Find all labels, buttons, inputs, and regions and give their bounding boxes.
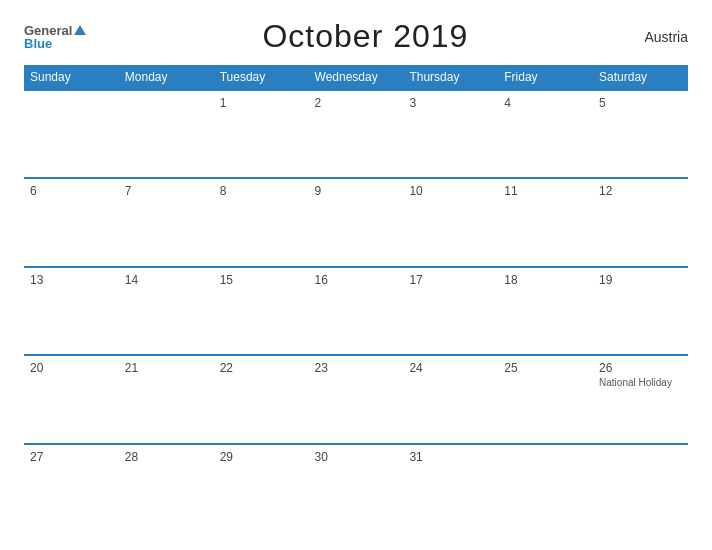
calendar-cell: 24 (403, 355, 498, 443)
header: General Blue October 2019 Austria (24, 18, 688, 55)
calendar-cell: 21 (119, 355, 214, 443)
day-number: 26 (599, 361, 682, 375)
calendar-cell (593, 444, 688, 532)
calendar-cell: 17 (403, 267, 498, 355)
calendar-cell: 3 (403, 90, 498, 178)
calendar-cell: 28 (119, 444, 214, 532)
calendar-cell: 19 (593, 267, 688, 355)
day-number: 9 (315, 184, 398, 198)
day-number: 1 (220, 96, 303, 110)
day-number: 15 (220, 273, 303, 287)
logo-blue-text: Blue (24, 37, 52, 50)
calendar-cell: 31 (403, 444, 498, 532)
calendar-cell: 29 (214, 444, 309, 532)
day-number: 22 (220, 361, 303, 375)
day-number: 31 (409, 450, 492, 464)
calendar-cell: 11 (498, 178, 593, 266)
calendar-cell: 18 (498, 267, 593, 355)
calendar-cell: 6 (24, 178, 119, 266)
calendar-cell: 5 (593, 90, 688, 178)
day-number: 18 (504, 273, 587, 287)
day-number: 17 (409, 273, 492, 287)
weekday-header-thursday: Thursday (403, 65, 498, 90)
day-number: 13 (30, 273, 113, 287)
day-number: 6 (30, 184, 113, 198)
day-number: 19 (599, 273, 682, 287)
weekday-header-row: SundayMondayTuesdayWednesdayThursdayFrid… (24, 65, 688, 90)
weekday-header-tuesday: Tuesday (214, 65, 309, 90)
logo-general-text: General (24, 24, 72, 37)
calendar-cell: 22 (214, 355, 309, 443)
calendar-week-row: 20212223242526National Holiday (24, 355, 688, 443)
day-number: 7 (125, 184, 208, 198)
day-number: 23 (315, 361, 398, 375)
day-number: 10 (409, 184, 492, 198)
day-number: 16 (315, 273, 398, 287)
day-number: 11 (504, 184, 587, 198)
logo: General Blue (24, 24, 86, 50)
calendar-cell (498, 444, 593, 532)
day-number: 21 (125, 361, 208, 375)
day-number: 8 (220, 184, 303, 198)
calendar-cell: 10 (403, 178, 498, 266)
day-number: 3 (409, 96, 492, 110)
day-number: 2 (315, 96, 398, 110)
day-number: 24 (409, 361, 492, 375)
day-number: 14 (125, 273, 208, 287)
day-number: 28 (125, 450, 208, 464)
calendar-week-row: 12345 (24, 90, 688, 178)
calendar-cell: 12 (593, 178, 688, 266)
calendar-cell: 2 (309, 90, 404, 178)
day-number: 27 (30, 450, 113, 464)
calendar-cell: 25 (498, 355, 593, 443)
calendar-cell: 1 (214, 90, 309, 178)
calendar-week-row: 6789101112 (24, 178, 688, 266)
calendar-cell: 16 (309, 267, 404, 355)
calendar-cell: 14 (119, 267, 214, 355)
calendar-cell: 30 (309, 444, 404, 532)
calendar-cell: 4 (498, 90, 593, 178)
calendar-week-row: 2728293031 (24, 444, 688, 532)
calendar-cell (119, 90, 214, 178)
calendar-cell: 26National Holiday (593, 355, 688, 443)
calendar-cell: 8 (214, 178, 309, 266)
calendar-cell: 20 (24, 355, 119, 443)
calendar-cell: 23 (309, 355, 404, 443)
day-number: 4 (504, 96, 587, 110)
weekday-header-monday: Monday (119, 65, 214, 90)
month-title: October 2019 (262, 18, 468, 55)
weekday-header-saturday: Saturday (593, 65, 688, 90)
weekday-header-friday: Friday (498, 65, 593, 90)
country-label: Austria (644, 29, 688, 45)
calendar-page: General Blue October 2019 Austria Sunday… (0, 0, 712, 550)
day-number: 25 (504, 361, 587, 375)
calendar-cell: 7 (119, 178, 214, 266)
calendar-cell: 15 (214, 267, 309, 355)
day-number: 5 (599, 96, 682, 110)
calendar-table: SundayMondayTuesdayWednesdayThursdayFrid… (24, 65, 688, 532)
calendar-cell: 27 (24, 444, 119, 532)
day-number: 20 (30, 361, 113, 375)
calendar-cell: 13 (24, 267, 119, 355)
logo-triangle-icon (74, 25, 86, 35)
calendar-cell: 9 (309, 178, 404, 266)
weekday-header-wednesday: Wednesday (309, 65, 404, 90)
day-number: 29 (220, 450, 303, 464)
calendar-week-row: 13141516171819 (24, 267, 688, 355)
holiday-label: National Holiday (599, 377, 682, 388)
weekday-header-sunday: Sunday (24, 65, 119, 90)
day-number: 12 (599, 184, 682, 198)
calendar-cell (24, 90, 119, 178)
day-number: 30 (315, 450, 398, 464)
